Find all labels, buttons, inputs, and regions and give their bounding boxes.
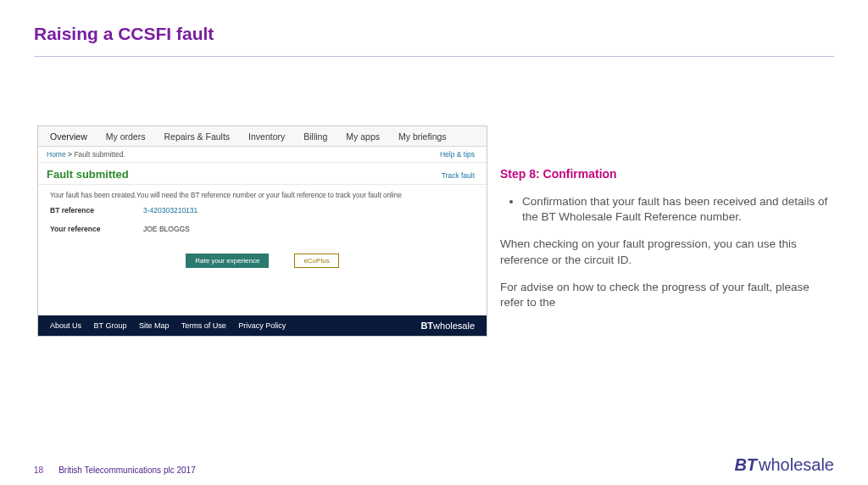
tab-my-briefings[interactable]: My briefings — [398, 131, 447, 142]
description-text: Your fault has been created.You will nee… — [38, 185, 487, 201]
bt-reference-row: BT reference 3-420303210131 — [38, 201, 487, 220]
your-reference-row: Your reference JOE BLOGGS — [38, 220, 487, 238]
footer-brand: BTwholesale — [420, 321, 475, 331]
footer-brand-bold: BT — [420, 321, 433, 331]
footer-bt-group[interactable]: BT Group — [94, 321, 127, 330]
breadcrumb-sep: > — [68, 150, 72, 159]
slide-title: Raising a CCSFI fault — [0, 0, 868, 51]
tab-billing[interactable]: Billing — [303, 131, 327, 142]
tab-repairs-faults[interactable]: Repairs & Faults — [164, 131, 230, 142]
your-reference-label: Your reference — [50, 225, 143, 233]
explanation-panel: Step 8: Confirmation Confirmation that y… — [500, 166, 835, 322]
tab-inventory[interactable]: Inventory — [248, 131, 285, 142]
app-screenshot: Overview My orders Repairs & Faults Inve… — [37, 125, 487, 337]
page-number: 18 — [34, 465, 43, 475]
title-divider — [34, 56, 834, 57]
breadcrumb: Home > Fault submitted. — [47, 150, 125, 159]
copyright-text: British Telecommunications plc 2017 — [58, 465, 196, 475]
slide-footer: 18 British Telecommunications plc 2017 B… — [0, 455, 868, 475]
footer-brand-light: wholesale — [433, 321, 475, 331]
bt-reference-value[interactable]: 3-420303210131 — [143, 206, 198, 215]
breadcrumb-row: Home > Fault submitted. Help & tips — [38, 147, 487, 163]
step-bullet: Confirmation that your fault has been re… — [522, 194, 835, 225]
footer-privacy[interactable]: Privacy Policy — [238, 321, 286, 330]
app-footer: About Us BT Group Site Map Terms of Use … — [38, 315, 487, 336]
tab-overview[interactable]: Overview — [50, 131, 87, 142]
track-fault-link[interactable]: Track fault — [442, 171, 475, 180]
rate-experience-button[interactable]: Rate your experience — [186, 254, 269, 268]
tab-my-apps[interactable]: My apps — [346, 131, 380, 142]
footer-links: About Us BT Group Site Map Terms of Use … — [50, 321, 296, 330]
footer-terms[interactable]: Terms of Use — [181, 321, 226, 330]
logo-bold: BT — [734, 455, 757, 475]
step-para-2: For advise on how to check the progress … — [500, 280, 835, 310]
heading-row: Fault submitted Track fault — [38, 163, 487, 185]
button-row: Rate your experience eCoPlus — [38, 254, 487, 268]
step-title: Step 8: Confirmation — [500, 166, 835, 182]
help-tips-link[interactable]: Help & tips — [440, 150, 475, 159]
breadcrumb-home[interactable]: Home — [47, 150, 66, 159]
step-para-1: When checking on your fault progression,… — [500, 237, 835, 267]
bt-reference-label: BT reference — [50, 206, 143, 215]
nav-tabs: Overview My orders Repairs & Faults Inve… — [38, 126, 487, 147]
bt-wholesale-logo: BTwholesale — [734, 455, 834, 475]
your-reference-value: JOE BLOGGS — [143, 225, 190, 233]
page-heading: Fault submitted — [47, 168, 129, 181]
footer-site-map[interactable]: Site Map — [139, 321, 170, 330]
tab-my-orders[interactable]: My orders — [106, 131, 146, 142]
logo-light: wholesale — [759, 455, 834, 475]
footer-about-us[interactable]: About Us — [50, 321, 81, 330]
ecoplus-button[interactable]: eCoPlus — [294, 254, 338, 268]
breadcrumb-current: Fault submitted. — [74, 150, 125, 159]
